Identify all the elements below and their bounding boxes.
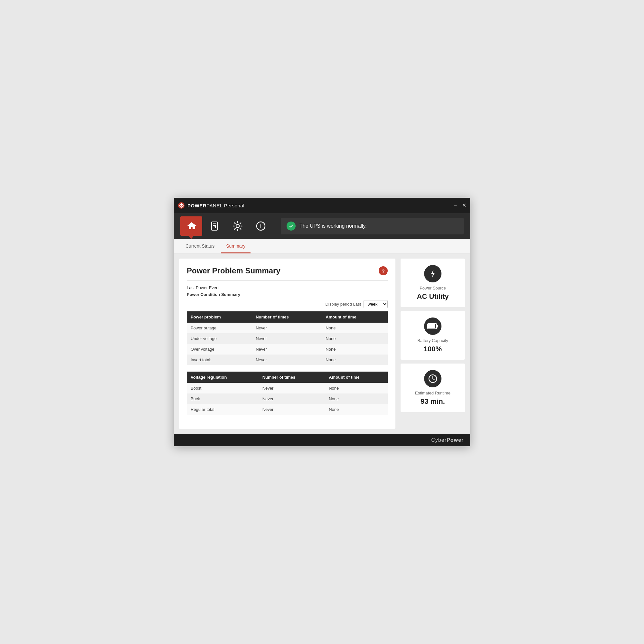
table-cell: Over voltage <box>187 344 252 355</box>
table-cell: None <box>322 333 388 344</box>
table-cell: Never <box>252 355 322 365</box>
status-message: The UPS is working normally. <box>299 223 367 229</box>
toolbar-nav: i <box>180 216 272 236</box>
tabs-bar: Current Status Summary <box>174 239 470 253</box>
settings-icon <box>232 220 243 232</box>
status-ok-icon <box>287 222 296 231</box>
svg-rect-12 <box>428 324 435 328</box>
svg-line-16 <box>433 379 435 380</box>
runtime-icon-bg <box>424 370 441 387</box>
svg-marker-6 <box>214 224 217 228</box>
table-cell: None <box>322 323 388 333</box>
voltage-regulation-table: Voltage regulation Number of times Amoun… <box>187 372 388 415</box>
tab-current-status[interactable]: Current Status <box>180 239 220 253</box>
info-icon: i <box>255 220 267 232</box>
panel-title: Power Problem Summary <box>187 266 280 275</box>
power-col-3-header: Amount of time <box>322 311 388 323</box>
display-period-label: Display period Last <box>325 302 361 307</box>
title-bar-left: ⏻ POWERPANEL Personal <box>178 202 244 209</box>
table-cell: Never <box>259 404 325 415</box>
toolbar: i The UPS is working normally. <box>174 213 470 239</box>
runtime-label: Estimated Runtime <box>415 391 450 395</box>
battery-icon-bg <box>424 317 441 335</box>
battery-capacity-value: 100% <box>424 345 442 353</box>
main-panel: Power Problem Summary ? Last Power Event… <box>179 259 395 429</box>
minimize-button[interactable]: − <box>454 203 457 208</box>
power-source-label: Power Source <box>420 286 446 290</box>
content-area: Power Problem Summary ? Last Power Event… <box>174 253 470 434</box>
bolt-icon <box>428 269 438 279</box>
power-source-value: AC Utility <box>417 292 449 301</box>
table-row: Under voltageNeverNone <box>187 333 388 344</box>
display-period: Display period Last week day month <box>187 300 388 308</box>
nav-active-indicator <box>189 236 194 239</box>
table-row: Over voltageNeverNone <box>187 344 388 355</box>
close-button[interactable]: ✕ <box>462 203 466 208</box>
table-cell: Invert total: <box>187 355 252 365</box>
table-cell: Never <box>259 393 325 404</box>
header-divider <box>187 280 388 281</box>
nav-settings-button[interactable] <box>227 216 249 236</box>
table-row: BuckNeverNone <box>187 393 388 404</box>
table-cell: None <box>325 404 388 415</box>
title-controls: − ✕ <box>454 203 466 208</box>
battery-icon <box>427 323 438 330</box>
volt-col-1-header: Voltage regulation <box>187 372 259 383</box>
table-cell: Regular total: <box>187 404 259 415</box>
nav-info-button[interactable]: i <box>250 216 272 236</box>
table-cell: None <box>322 344 388 355</box>
table-cell: Power outage <box>187 323 252 333</box>
condition-label: Power Condition Summary <box>187 292 388 297</box>
power-source-icon-bg <box>424 265 441 282</box>
svg-point-7 <box>236 224 239 228</box>
table-cell: None <box>325 393 388 404</box>
table-cell: None <box>322 355 388 365</box>
table-cell: Never <box>252 323 322 333</box>
checkmark-icon <box>289 223 294 229</box>
runtime-value: 93 min. <box>421 397 445 406</box>
power-problem-table: Power problem Number of times Amount of … <box>187 311 388 365</box>
table-cell: None <box>325 383 388 393</box>
tab-summary[interactable]: Summary <box>221 239 251 253</box>
table-row: Regular total:NeverNone <box>187 404 388 415</box>
clock-icon <box>428 374 438 384</box>
title-bar: ⏻ POWERPANEL Personal − ✕ <box>174 198 470 213</box>
table-cell: Boost <box>187 383 259 393</box>
app-logo-icon: ⏻ <box>178 202 185 209</box>
table-row: Invert total:NeverNone <box>187 355 388 365</box>
svg-rect-13 <box>437 325 438 327</box>
estimated-runtime-card: Estimated Runtime 93 min. <box>401 364 465 412</box>
table-cell: Never <box>252 344 322 355</box>
panel-header: Power Problem Summary ? <box>187 266 388 275</box>
battery-capacity-label: Battery Capacity <box>417 338 448 343</box>
power-col-2-header: Number of times <box>252 311 322 323</box>
table-cell: Under voltage <box>187 333 252 344</box>
svg-text:⏻: ⏻ <box>179 203 184 208</box>
table-row: BoostNeverNone <box>187 383 388 393</box>
battery-capacity-card: Battery Capacity 100% <box>401 311 465 360</box>
help-button[interactable]: ? <box>379 266 388 275</box>
app-title: POWERPANEL Personal <box>187 203 244 208</box>
footer: CyberPower <box>174 434 470 446</box>
power-col-1-header: Power problem <box>187 311 252 323</box>
home-icon <box>185 220 197 232</box>
table-cell: Buck <box>187 393 259 404</box>
volt-col-2-header: Number of times <box>259 372 325 383</box>
volt-col-3-header: Amount of time <box>325 372 388 383</box>
power-events-icon <box>209 220 220 232</box>
svg-marker-10 <box>431 270 435 278</box>
svg-text:i: i <box>260 223 261 229</box>
nav-home-button[interactable] <box>180 216 202 236</box>
right-panel: Power Source AC Utility Battery Capacity… <box>401 259 465 429</box>
app-window: ⏻ POWERPANEL Personal − ✕ <box>174 198 470 446</box>
table-cell: Never <box>252 333 322 344</box>
status-bar: The UPS is working normally. <box>281 218 464 234</box>
footer-brand: CyberPower <box>431 437 464 443</box>
nav-power-events-button[interactable] <box>204 216 225 236</box>
table-row: Power outageNeverNone <box>187 323 388 333</box>
table-cell: Never <box>259 383 325 393</box>
power-source-card: Power Source AC Utility <box>401 259 465 307</box>
display-period-select[interactable]: week day month <box>364 300 388 308</box>
last-event-label: Last Power Event <box>187 285 388 290</box>
